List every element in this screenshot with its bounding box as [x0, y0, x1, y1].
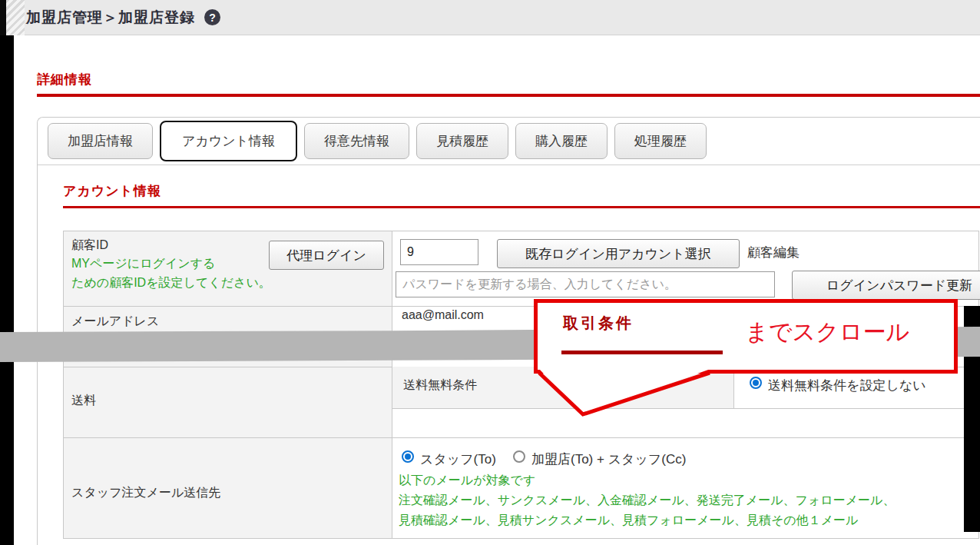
email-value: aaa@mail.com — [402, 308, 484, 322]
staff-mail-note-3: 見積確認メール、見積サンクスメール、見積フォローメール、見積その他１メール — [399, 513, 858, 529]
row-divider — [64, 437, 978, 438]
tab-process-history[interactable]: 処理履歴 — [614, 123, 707, 159]
breadcrumb: 加盟店管理＞加盟店登録 — [26, 8, 195, 28]
staff-mail-note-1: 以下のメールが対象です — [399, 473, 535, 489]
callout-tail — [530, 367, 722, 420]
scroll-callout: 取引条件 までスクロール — [534, 299, 958, 374]
proxy-login-button[interactable]: 代理ログイン — [269, 241, 384, 270]
staff-mail-note-2: 注文確認メール、サンクスメール、入金確認メール、発送完了メール、フォローメール、 — [399, 493, 895, 509]
email-label: メールアドレス — [71, 314, 159, 330]
customer-id-note-1: MYページにログインする — [71, 256, 215, 272]
callout-target-underline — [561, 351, 723, 354]
password-input[interactable] — [396, 271, 775, 297]
staff-mail-label: スタッフ注文メール送信先 — [71, 485, 220, 501]
customer-id-label: 顧客ID — [71, 238, 108, 254]
account-table: 顧客ID MYページにログインする ための顧客IDを設定してください。 代理ログ… — [63, 231, 979, 539]
left-edge-bar — [0, 35, 14, 545]
corner-texture — [6, 0, 25, 35]
customer-id-note-2: ための顧客IDを設定してください。 — [71, 275, 271, 291]
free-shipping-radio-label: 送料無料条件を設定しない — [768, 377, 926, 394]
tab-merchant-info[interactable]: 加盟店情報 — [48, 123, 153, 159]
left-edge-bar-top — [0, 0, 6, 35]
header-bar: 加盟店管理＞加盟店登録 ? — [9, 0, 980, 35]
radio-staff-to-label: スタッフ(To) — [420, 450, 496, 468]
customer-id-input[interactable] — [400, 239, 478, 265]
subsection-title: アカウント情報 — [63, 182, 161, 200]
customer-edit-link[interactable]: 顧客編集 — [747, 244, 800, 261]
radio-merchant-staff-label: 加盟店(To) + スタッフ(Cc) — [531, 450, 686, 468]
page: 加盟店管理＞加盟店登録 ? 詳細情報 加盟店情報 アカウント情報 得意先情報 見… — [0, 0, 980, 545]
page-title: 詳細情報 — [37, 71, 92, 88]
update-password-button[interactable]: ログインパスワード更新 — [792, 271, 980, 300]
radio-merchant-staff[interactable] — [513, 450, 525, 463]
radio-staff-to[interactable] — [402, 450, 414, 463]
page-title-rule — [37, 94, 980, 97]
tab-customer-info[interactable]: 得意先情報 — [304, 123, 409, 159]
tabstrip: 加盟店情報 アカウント情報 得意先情報 見積履歴 購入履歴 処理履歴 — [38, 118, 980, 165]
shipping-label: 送料 — [71, 393, 96, 409]
tab-account-info[interactable]: アカウント情報 — [160, 121, 297, 161]
callout-target-label: 取引条件 — [563, 313, 634, 334]
subsection-title-rule — [63, 206, 980, 208]
callout-suffix-label: までスクロール — [745, 317, 909, 348]
help-icon[interactable]: ? — [204, 9, 220, 25]
free-shipping-none-radio[interactable] — [750, 377, 762, 389]
tab-purchase-history[interactable]: 購入履歴 — [515, 123, 608, 159]
free-shipping-sub-label: 送料無料条件 — [403, 377, 477, 394]
select-existing-account-button[interactable]: 既存ログイン用アカウント選択 — [497, 239, 740, 268]
tab-quote-history[interactable]: 見積履歴 — [416, 123, 508, 159]
